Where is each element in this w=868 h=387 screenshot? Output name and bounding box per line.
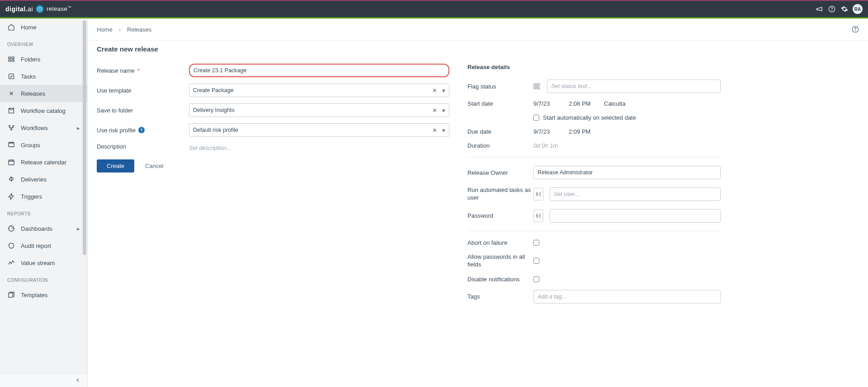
flag-icon[interactable]: [533, 83, 541, 89]
svg-rect-7: [9, 74, 14, 79]
release-owner-input[interactable]: [533, 166, 721, 179]
start-date-value[interactable]: 9/7/23: [533, 100, 562, 107]
page-help-icon[interactable]: [852, 26, 859, 33]
nav-tasks[interactable]: Tasks: [0, 68, 87, 85]
abort-checkbox[interactable]: [533, 240, 539, 246]
use-template-select[interactable]: [189, 84, 449, 97]
password-input[interactable]: [550, 209, 721, 223]
nav-label: Dashboards: [21, 225, 52, 232]
start-automatically-checkbox[interactable]: Start automatically on selected date: [533, 114, 636, 121]
nav-releases[interactable]: Releases: [0, 85, 87, 102]
label-abort: Abort on failure: [467, 239, 533, 246]
tasks-icon: [7, 72, 15, 80]
start-auto-box[interactable]: [533, 115, 539, 121]
releases-icon: [7, 89, 15, 98]
release-details: Release details Flag status Start date: [467, 64, 721, 311]
label-allow-pw: Allow passwords in all fields: [467, 253, 533, 269]
tags-input[interactable]: [533, 290, 721, 303]
allow-pw-checkbox[interactable]: [533, 258, 539, 264]
templates-icon: [7, 291, 15, 299]
chevron-down-icon[interactable]: ▾: [439, 106, 448, 114]
nav-label: Home: [21, 24, 37, 31]
svg-point-16: [855, 31, 856, 31]
nav-release-calendar[interactable]: Release calendar: [0, 154, 87, 171]
nav-folders[interactable]: Folders: [0, 51, 87, 68]
nav-label: Workflows: [21, 125, 48, 131]
info-icon[interactable]: ?: [138, 127, 145, 133]
label-run-as-user: Run automated tasks as user: [467, 187, 533, 202]
crumb-home[interactable]: Home: [97, 26, 113, 33]
nav-home[interactable]: Home: [0, 19, 87, 36]
label-description: Description: [97, 143, 189, 150]
chevron-down-icon[interactable]: ▾: [439, 126, 448, 134]
workflows-icon: [7, 124, 15, 132]
section-overview: OVERVIEW: [0, 36, 87, 51]
nav-label: Workflow catalog: [21, 107, 66, 114]
user-avatar[interactable]: RA: [853, 4, 863, 14]
product-icon: [36, 5, 44, 13]
flag-status-input[interactable]: [547, 79, 721, 93]
nav-value-stream[interactable]: Value stream: [0, 254, 87, 271]
calendar-icon: [7, 158, 15, 166]
label-use-template: Use template: [97, 87, 189, 94]
sidebar-collapse[interactable]: [0, 373, 87, 387]
clear-icon[interactable]: ✕: [430, 106, 439, 114]
nav-label: Folders: [21, 56, 40, 63]
nav-label: Releases: [21, 90, 45, 97]
svg-point-10: [11, 129, 12, 131]
nav-label: Triggers: [21, 193, 42, 200]
nav-workflow-catalog[interactable]: Workflow catalog: [0, 102, 87, 119]
risk-profile-select[interactable]: [189, 123, 449, 137]
nav-audit-report[interactable]: Audit report: [0, 237, 87, 254]
nav-label: Value stream: [21, 260, 55, 266]
due-date-value[interactable]: 9/7/23: [533, 128, 562, 135]
variable-button[interactable]: ${: [533, 188, 543, 200]
crumb-releases[interactable]: Releases: [127, 26, 151, 33]
description-input[interactable]: Set description...: [189, 143, 449, 153]
divider: [467, 157, 721, 158]
svg-point-8: [9, 126, 10, 127]
settings-icon[interactable]: [838, 3, 851, 15]
disable-notif-checkbox[interactable]: [533, 276, 539, 282]
variable-button[interactable]: ${: [533, 210, 543, 222]
nav-deliveries[interactable]: Deliveries: [0, 171, 87, 188]
help-icon[interactable]: [826, 3, 838, 15]
clear-icon[interactable]: ✕: [430, 126, 439, 134]
breadcrumb: Home › Releases: [88, 19, 868, 40]
nav-groups[interactable]: Groups: [0, 136, 87, 154]
main-content: Home › Releases Create new release Relea…: [88, 19, 868, 387]
start-time-value[interactable]: 2:08 PM: [569, 100, 598, 107]
nav-label: Release calendar: [21, 159, 66, 166]
due-time-value[interactable]: 2:09 PM: [569, 128, 598, 135]
label-disable-notif: Disable notifications: [467, 276, 533, 283]
label-release-name: Release name *: [97, 67, 189, 74]
folders-icon: [7, 55, 15, 63]
chevron-down-icon[interactable]: ▾: [439, 86, 448, 94]
label-duration: Duration: [467, 142, 533, 149]
create-form: Release name * Use template ✕: [97, 64, 449, 173]
cancel-button[interactable]: Cancel: [145, 163, 163, 169]
svg-rect-11: [9, 143, 14, 147]
run-as-user-input[interactable]: [550, 187, 721, 201]
catalog-icon: [7, 107, 15, 115]
sidebar-scrollbar[interactable]: [83, 19, 87, 387]
section-reports: REPORTS: [0, 205, 87, 220]
duration-value: 0d 0h 1m: [533, 142, 558, 149]
save-folder-select[interactable]: [189, 103, 449, 117]
clear-icon[interactable]: ✕: [430, 86, 439, 94]
nav-workflows[interactable]: Workflows ▸: [0, 119, 87, 136]
release-name-input[interactable]: [189, 64, 449, 77]
nav-templates[interactable]: Templates: [0, 286, 87, 303]
label-save-folder: Save to folder: [97, 107, 189, 114]
announce-icon[interactable]: [813, 3, 826, 15]
nav-label: Deliveries: [21, 176, 47, 183]
section-configuration: CONFIGURATION: [0, 271, 87, 286]
create-button[interactable]: Create: [97, 159, 134, 173]
chevron-right-icon: ▸: [77, 225, 80, 232]
top-bar: digital.ai release™ RA: [0, 0, 868, 17]
details-title: Release details: [467, 64, 721, 70]
nav-dashboards[interactable]: Dashboards ▸: [0, 220, 87, 237]
svg-rect-3: [9, 57, 11, 58]
nav-triggers[interactable]: Triggers: [0, 188, 87, 205]
valuestream-icon: [7, 259, 15, 267]
